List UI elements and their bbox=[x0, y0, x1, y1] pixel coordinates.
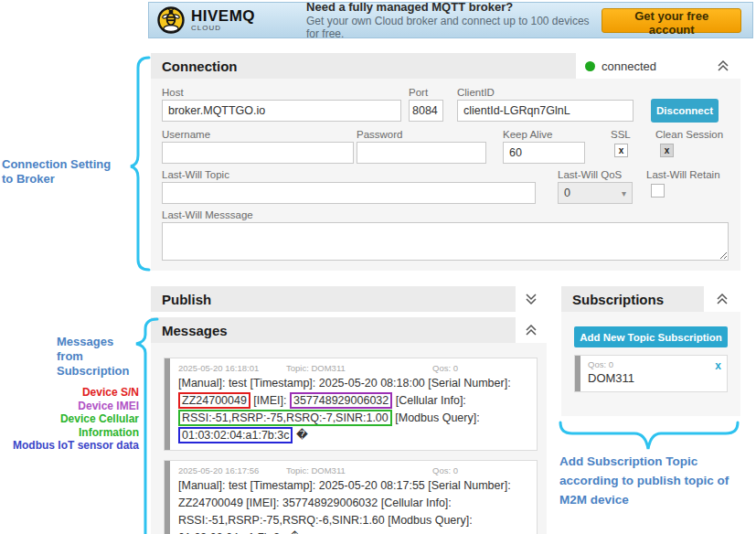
messages-panel: Messages 2025-05-20 16:18:01Topic: DOM31… bbox=[151, 317, 547, 534]
message-highlight-green: RSSI:-51,RSRP:-75,RSRQ:-7,SINR:1.00 bbox=[178, 410, 392, 426]
keep-alive-input[interactable] bbox=[503, 142, 585, 164]
collapse-connection-icon[interactable] bbox=[715, 59, 731, 73]
subscriptions-brace bbox=[560, 422, 738, 449]
message-text: [Manual]: test [Timestamp]: 2025-05-20 0… bbox=[178, 377, 511, 390]
msg-timestamp: 2025-05-20 16:17:56 bbox=[178, 465, 286, 475]
publish-panel: Publish bbox=[151, 286, 547, 312]
ssl-label: SSL bbox=[611, 129, 631, 140]
message-body: [Manual]: test [Timestamp]: 2025-05-20 0… bbox=[178, 477, 529, 534]
collapse-messages-icon[interactable] bbox=[523, 323, 539, 337]
host-input[interactable] bbox=[162, 100, 401, 122]
subscriptions-title: Subscriptions bbox=[561, 286, 704, 312]
message-highlight-blue: 01:03:02:04:a1:7b:3c bbox=[178, 427, 293, 443]
last-will-message-label: Last-Will Messsage bbox=[162, 209, 253, 220]
messages-title: Messages bbox=[151, 317, 516, 343]
message-text: [Cellular Info]: bbox=[392, 394, 466, 407]
legend-device-imei: Device IMEI bbox=[0, 400, 139, 413]
message-text: [Manual]: test [Timestamp]: 2025-05-20 0… bbox=[178, 479, 511, 534]
subscription-item: Qos: 0 DOM311 x bbox=[574, 355, 728, 392]
last-will-qos-value: 0 bbox=[564, 187, 570, 199]
message-text: [IMEI]: bbox=[250, 394, 290, 407]
clientid-label: ClientID bbox=[457, 87, 495, 98]
message-body: [Manual]: test [Timestamp]: 2025-05-20 0… bbox=[178, 375, 529, 444]
expand-publish-icon[interactable] bbox=[523, 292, 539, 306]
last-will-topic-label: Last-Will Topic bbox=[162, 169, 229, 180]
msg-qos: Qos: 0 bbox=[432, 363, 458, 373]
username-input[interactable] bbox=[162, 142, 354, 164]
last-will-retain-label: Last-Will Retain bbox=[646, 169, 720, 180]
legend-device-sn: Device S/N bbox=[0, 386, 139, 400]
bee-icon bbox=[156, 5, 186, 35]
message-field-legend: Device S/N Device IMEI Device Cellular I… bbox=[0, 386, 139, 453]
message-highlight-purple: 357748929006032 bbox=[290, 392, 392, 409]
subscriptions-panel: Subscriptions Add New Topic Subscription… bbox=[561, 286, 740, 416]
hivemq-logo: HIVEMQ CLOUD bbox=[156, 5, 290, 35]
disconnect-button[interactable]: Disconnect bbox=[651, 99, 719, 123]
brand-name: HIVEMQ bbox=[191, 8, 255, 24]
messages-note: Messages from Subscription bbox=[57, 335, 129, 379]
connection-status: connected bbox=[602, 59, 708, 73]
subscription-note: Add Subscription Topic according to publ… bbox=[559, 452, 756, 509]
last-will-qos-select[interactable]: 0 ▾ bbox=[558, 182, 633, 204]
port-input[interactable] bbox=[409, 100, 443, 122]
promo-subheadline: Get your own Cloud broker and connect up… bbox=[306, 15, 602, 40]
msg-timestamp: 2025-05-20 16:18:01 bbox=[178, 363, 286, 373]
msg-topic: Topic: DOM311 bbox=[286, 465, 432, 475]
chevron-down-icon: ▾ bbox=[622, 188, 626, 198]
connection-panel: Connection connected Host Port ClientID … bbox=[151, 53, 740, 271]
message-card: 2025-05-20 16:18:01Topic: DOM311Qos: 0[M… bbox=[164, 358, 538, 451]
legend-modbus-data: Modbus IoT sensor data bbox=[0, 439, 139, 453]
promo-banner: HIVEMQ CLOUD Need a fully managed MQTT b… bbox=[148, 2, 753, 38]
keep-alive-label: Keep Alive bbox=[503, 129, 552, 140]
subscription-qos: Qos: 0 bbox=[588, 359, 719, 369]
username-label: Username bbox=[162, 129, 210, 140]
publish-title: Publish bbox=[151, 286, 516, 312]
last-will-topic-input[interactable] bbox=[162, 182, 536, 204]
get-free-account-button[interactable]: Get your free account bbox=[602, 8, 741, 33]
message-highlight-red: ZZ24700049 bbox=[178, 392, 250, 409]
port-label: Port bbox=[409, 87, 428, 98]
msg-qos: Qos: 0 bbox=[432, 465, 458, 475]
password-label: Password bbox=[357, 129, 403, 140]
clientid-input[interactable] bbox=[457, 100, 634, 122]
add-new-topic-subscription-button[interactable]: Add New Topic Subscription bbox=[574, 326, 728, 347]
connected-status-icon bbox=[585, 61, 595, 71]
password-input[interactable] bbox=[357, 142, 486, 164]
last-will-message-textarea[interactable] bbox=[162, 222, 729, 261]
subscription-topic: DOM311 bbox=[588, 371, 719, 385]
brand-subtitle: CLOUD bbox=[191, 25, 255, 32]
messages-list: 2025-05-20 16:18:01Topic: DOM311Qos: 0[M… bbox=[151, 343, 547, 534]
message-text: [Modbus Query]: bbox=[392, 411, 480, 424]
message-card: 2025-05-20 16:17:56Topic: DOM311Qos: 0[M… bbox=[164, 460, 538, 534]
connection-note: Connection Setting to Broker bbox=[2, 157, 139, 187]
connection-title: Connection bbox=[151, 53, 576, 79]
clean-session-label: Clean Session bbox=[655, 129, 723, 140]
host-label: Host bbox=[162, 87, 184, 98]
clean-session-checkbox[interactable]: x bbox=[660, 144, 674, 157]
msg-topic: Topic: DOM311 bbox=[286, 363, 432, 373]
last-will-retain-checkbox[interactable] bbox=[651, 184, 665, 198]
ssl-checkbox[interactable]: x bbox=[614, 144, 628, 157]
message-text: � bbox=[293, 429, 307, 442]
promo-headline: Need a fully managed MQTT broker? bbox=[306, 0, 602, 14]
collapse-subscriptions-icon[interactable] bbox=[714, 292, 730, 306]
remove-subscription-button[interactable]: x bbox=[715, 359, 721, 372]
last-will-qos-label: Last-Will QoS bbox=[558, 169, 622, 180]
legend-cellular-info: Device Cellular Information bbox=[0, 412, 139, 439]
